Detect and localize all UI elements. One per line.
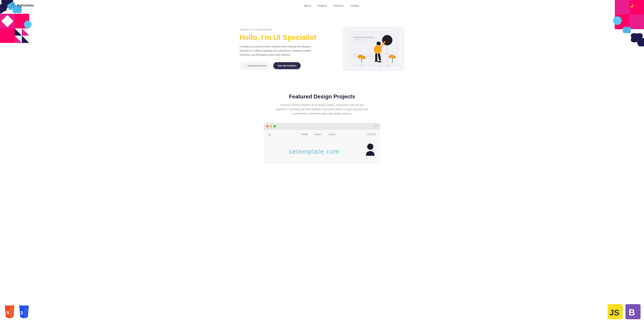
nav-links: About Projects Resume Contact [304, 4, 359, 7]
hero-description: Creating a successful product requires b… [240, 45, 322, 57]
brand: MyPortfolio [10, 3, 34, 8]
dark-mode-toggle[interactable]: 🌙 [630, 4, 634, 8]
download-resume-label: Download Resume [248, 64, 266, 67]
window-nav-contact: CONTACT [366, 133, 376, 136]
nav-projects[interactable]: Projects [318, 4, 327, 7]
window-hero-area: setemplate.com [268, 143, 361, 159]
brand-name: MyPortfolio [17, 4, 34, 8]
brand-icon [10, 3, 15, 8]
hero-welcome: Welcome to my portfolio website! [240, 28, 329, 31]
view-portfolio-label: View My Portfolio [278, 64, 296, 67]
window-nav-social: SOCIAL [329, 133, 336, 136]
window-nav: ☺ WORK ABOUT SOCIAL CONTACT [264, 130, 380, 140]
nav-about[interactable]: About [304, 4, 311, 7]
window-nav-links: WORK ABOUT SOCIAL [302, 133, 336, 136]
hero-image [342, 26, 404, 71]
featured-description: Discover a diverse collection of my desi… [276, 103, 368, 116]
window-hero-text: setemplate.com [268, 148, 361, 155]
svg-point-37 [12, 4, 14, 5]
svg-point-62 [367, 144, 373, 150]
nav-resume[interactable]: Resume [334, 4, 344, 7]
dot-green [274, 125, 276, 128]
svg-point-52 [378, 61, 381, 62]
window-avatar [364, 143, 376, 157]
featured-section: Featured Design Projects Discover a dive… [0, 83, 644, 169]
featured-title: Featured Design Projects [14, 94, 630, 100]
window-nav-work: WORK [302, 133, 308, 136]
hero-section: Welcome to my portfolio website! Hello, … [0, 11, 644, 83]
window-more-options: ••• [374, 124, 378, 128]
download-icon: 📄 [244, 64, 246, 67]
view-portfolio-button[interactable]: View My Portfolio [273, 62, 301, 69]
hero-heading: Hello, I'm UI Specialist [240, 33, 329, 42]
dot-red [266, 125, 268, 128]
window-content: setemplate.com [264, 140, 380, 162]
window-nav-about: ABOUT [315, 133, 322, 136]
navbar: MyPortfolio About Projects Resume Contac… [0, 0, 644, 11]
svg-point-59 [361, 64, 362, 66]
window-body: ☺ WORK ABOUT SOCIAL CONTACT setemplate.c… [264, 130, 380, 164]
hero-text: Welcome to my portfolio website! Hello, … [240, 28, 329, 69]
svg-rect-40 [353, 39, 367, 40]
dot-yellow [270, 125, 272, 128]
hero-buttons: 📄 Download Resume View My Portfolio [240, 62, 329, 69]
project-card-preview: ••• ☺ WORK ABOUT SOCIAL CONTACT setempla… [264, 123, 380, 164]
svg-point-47 [374, 45, 382, 54]
svg-rect-48 [375, 54, 377, 60]
hero-illustration [346, 28, 401, 70]
download-resume-button[interactable]: 📄 Download Resume [240, 62, 270, 69]
window-bar: ••• [264, 123, 380, 130]
svg-rect-39 [353, 37, 374, 38]
svg-point-51 [374, 60, 378, 62]
svg-point-61 [388, 65, 390, 66]
window-logo: ☺ [268, 132, 271, 136]
hero-heading-highlight: UI Specialist [274, 33, 316, 42]
nav-contact[interactable]: Contact [350, 4, 359, 7]
hero-heading-start: Hello, I'm [240, 33, 274, 42]
svg-point-60 [380, 66, 381, 66]
